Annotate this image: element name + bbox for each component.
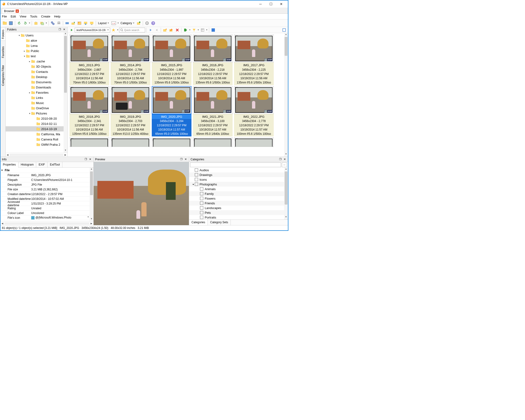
layout-dropdown[interactable]: Layout▼ (97, 21, 110, 25)
expander-icon[interactable]: ▾ (28, 112, 31, 115)
panel-close-icon[interactable]: ✕ (88, 157, 92, 161)
new-folder-button[interactable]: ✦ (162, 27, 168, 33)
expander-icon[interactable]: ▾ (191, 183, 195, 186)
props-vscrollbar[interactable]: ▲▼ (90, 168, 93, 221)
quick-search-input[interactable]: Quick search (119, 28, 145, 32)
expander-icon[interactable]: ▸ (28, 91, 31, 94)
thumbnail-item[interactable] (111, 137, 150, 147)
favorite-star-icon[interactable] (111, 27, 116, 33)
thumbnail-item[interactable]: EXIFIMG_2013.JPG3456x2304 - 2,66712/18/2… (69, 35, 109, 85)
expander-icon[interactable]: ▸ (28, 60, 31, 63)
tree-item[interactable]: Lena (6, 43, 67, 48)
properties-group-file[interactable]: ▾File (0, 168, 93, 173)
tree-item[interactable]: 2010-08-20 (6, 116, 67, 121)
category-item[interactable]: Animals (189, 187, 288, 191)
thumbnail-item[interactable] (69, 137, 109, 147)
tree-item[interactable]: 2014-02-11 (6, 121, 67, 126)
thumbnail-item[interactable]: EXIFIMG_2019.JPG3456x2304 - 2,70312/18/2… (111, 86, 150, 137)
sidetab-categories-filter[interactable]: Categories Filter (1, 64, 5, 87)
color-label-button[interactable] (210, 27, 216, 33)
sidetab-favorites[interactable]: Favorites (1, 45, 5, 59)
props-hscrollbar[interactable]: ◀▶ (0, 221, 93, 225)
tree-item[interactable]: 2014-10-19 (6, 126, 67, 132)
tab-browser[interactable]: Browser ✕ (2, 9, 21, 13)
tree-item[interactable]: ▸.cache (6, 59, 67, 64)
thumbnail-item[interactable] (193, 137, 233, 147)
thumbnail-item[interactable]: EXIFIMG_2016.JPG3456x2304 - 2,21812/18/2… (193, 35, 233, 85)
tree-item[interactable]: ▸Public (6, 48, 67, 53)
category-item[interactable]: Landscapes (189, 206, 288, 210)
cut-button[interactable] (33, 20, 39, 26)
thumbnail-grid[interactable]: EXIFIMG_2013.JPG3456x2304 - 2,66712/18/2… (68, 33, 288, 157)
refresh-forward-button[interactable] (22, 20, 28, 26)
expander-icon[interactable]: ▾ (23, 55, 26, 57)
folder-tree[interactable]: ▾UsersaliceLena▸Public▾test▸.cache3D Obj… (6, 32, 67, 153)
properties-list[interactable]: ▾File FilenameIMG_2020.JPGFilepathC:\Use… (0, 168, 93, 221)
thumbnail-item[interactable]: EXIFIMG_2015.JPG3456x2304 - 1,99712/18/2… (152, 35, 191, 85)
tree-item[interactable]: Links (6, 95, 67, 100)
category-checkbox[interactable] (200, 211, 203, 214)
refresh-back-button[interactable] (16, 20, 22, 26)
panel-close-icon[interactable]: ✕ (184, 157, 188, 161)
thumbnail-item[interactable]: EXIFIMG_2014.JPG3456x2304 - 2,79412/18/2… (111, 35, 150, 85)
panel-close-icon[interactable]: ✕ (283, 157, 287, 161)
tree-item[interactable]: ▸Favorites (6, 90, 67, 95)
tree-item[interactable]: Contacts (6, 69, 67, 74)
tree-item[interactable]: California, Ma (6, 132, 67, 137)
menu-file[interactable]: File (2, 15, 7, 18)
tab-exiftool[interactable]: ExifTool (47, 162, 62, 167)
category-checkbox[interactable] (195, 168, 198, 172)
thumbnail-item[interactable]: EXIFIMG_2020.JPG3456x2304 - 3,28412/18/2… (152, 86, 191, 137)
find-button[interactable] (50, 20, 56, 26)
panel-close-icon[interactable]: ✕ (62, 28, 66, 31)
category-search-input[interactable] (190, 162, 281, 167)
category-checkbox[interactable] (200, 201, 203, 205)
new-category-button[interactable] (136, 20, 141, 26)
category-item[interactable]: Icons (189, 177, 288, 182)
filter-button[interactable] (191, 27, 197, 33)
menu-view[interactable]: View (20, 15, 26, 18)
category-item[interactable]: ▾Photographs (189, 182, 288, 187)
open-button[interactable] (2, 20, 8, 26)
export-button[interactable] (70, 20, 76, 26)
panel-restore-icon[interactable]: ❐ (279, 157, 282, 161)
thumbs-vscrollbar[interactable]: ▲▼ (284, 33, 288, 157)
category-item[interactable]: Portraits (189, 215, 288, 220)
path-combobox[interactable]: .test\Pictures\2014-10-19\▼ (75, 28, 110, 32)
category-checkbox[interactable] (195, 178, 198, 181)
view-toggle-button[interactable] (281, 27, 287, 33)
help-button[interactable]: ? (150, 20, 156, 26)
category-item[interactable]: Friends (189, 201, 288, 206)
tree-item[interactable]: GMM Praha 2 (6, 142, 67, 147)
copy-button[interactable] (39, 20, 45, 26)
expander-icon[interactable]: ▾ (18, 34, 21, 37)
print-button[interactable] (56, 20, 62, 26)
category-item[interactable]: Pets (189, 210, 288, 215)
tag-button[interactable] (183, 27, 188, 33)
tree-item[interactable]: 3D Objects (6, 64, 67, 69)
preview-image[interactable] (94, 162, 189, 225)
category-list[interactable]: AudiosDrawingsIcons▾PhotographsAnimalsFa… (189, 168, 288, 220)
expander-icon[interactable]: ▸ (23, 50, 26, 52)
maximize-button[interactable]: ☐ (266, 1, 276, 7)
panel-restore-icon[interactable]: ❐ (179, 157, 183, 161)
panel-restore-icon[interactable]: ❐ (84, 157, 88, 161)
tab-category-sets[interactable]: Category Sets (208, 220, 231, 225)
tree-item[interactable]: Desktop (6, 74, 67, 79)
category-checkbox[interactable] (195, 182, 198, 186)
category-checkbox[interactable] (200, 216, 203, 219)
tree-vscrollbar[interactable]: ▲▼ (64, 32, 67, 153)
category-checkbox[interactable] (200, 187, 203, 191)
fullscreen-button[interactable] (8, 20, 14, 26)
thumbnail-item[interactable] (234, 137, 274, 147)
tree-item[interactable]: OneDrive (6, 105, 67, 111)
image-button[interactable] (77, 20, 82, 26)
panel-restore-icon[interactable]: ❐ (58, 28, 62, 31)
nav-go-button[interactable] (69, 27, 74, 33)
nav-back-button[interactable] (148, 27, 153, 33)
menu-create[interactable]: Create (41, 15, 50, 18)
category-dropdown[interactable]: Category▼ (120, 21, 136, 25)
sidetab-folders[interactable]: Folders (1, 28, 5, 41)
tab-histogram[interactable]: Histogram (19, 162, 36, 167)
minimize-button[interactable]: ─ (255, 1, 266, 7)
